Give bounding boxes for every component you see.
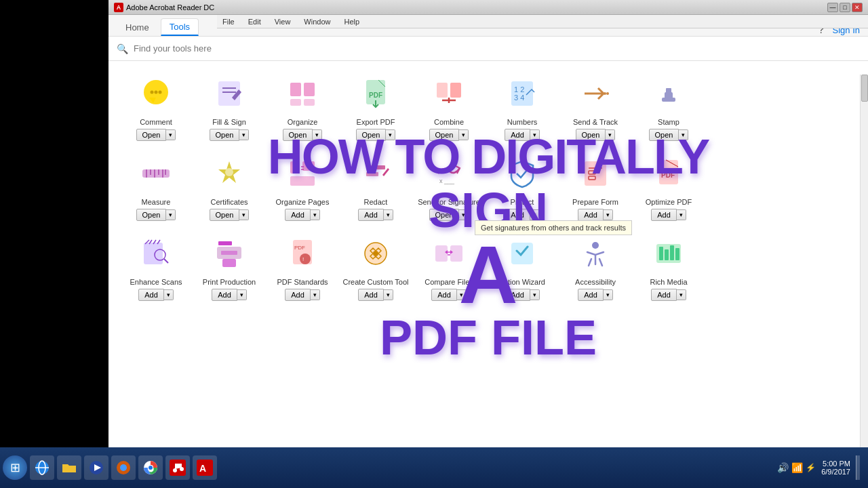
- scroll-thumb[interactable]: [861, 75, 868, 102]
- left-bar: [0, 0, 108, 447]
- stamp-dropdown-button[interactable]: ▾: [679, 129, 688, 140]
- export-pdf-open-button[interactable]: Open: [356, 129, 387, 141]
- prepare-form-dropdown-button[interactable]: ▾: [604, 209, 613, 220]
- taskbar-chrome-icon[interactable]: [138, 455, 163, 480]
- export-pdf-dropdown-button[interactable]: ▾: [386, 129, 395, 140]
- redact-icon: [354, 152, 397, 195]
- svg-text:!: !: [302, 256, 304, 262]
- tools-content[interactable]: HOW TO DIGITALLY SIGN A PDF FILE Get sig…: [108, 61, 868, 434]
- measure-btn-group: Open ▾: [136, 209, 176, 221]
- svg-point-73: [149, 466, 153, 470]
- organize-open-button[interactable]: Open: [283, 129, 313, 141]
- print-production-label: Print Production: [203, 278, 256, 286]
- accessibility-icon: [574, 232, 617, 275]
- action-wizard-add-button[interactable]: Add: [505, 289, 530, 301]
- certificates-btn-group: Open ▾: [210, 209, 250, 221]
- close-button[interactable]: ✕: [852, 3, 863, 12]
- menu-view[interactable]: View: [272, 18, 294, 26]
- comment-dropdown-button[interactable]: ▾: [166, 129, 176, 140]
- svg-rect-22: [666, 88, 671, 94]
- organize-btn-group: Open ▾: [283, 129, 323, 141]
- action-wizard-dropdown-button[interactable]: ▾: [530, 289, 540, 300]
- accessibility-add-button[interactable]: Add: [578, 289, 604, 301]
- menu-edit[interactable]: Edit: [245, 18, 264, 26]
- start-button[interactable]: ⊞: [3, 455, 27, 480]
- combine-open-button[interactable]: Open: [429, 129, 460, 141]
- protect-icon: [500, 152, 544, 195]
- combine-dropdown-button[interactable]: ▾: [459, 129, 469, 140]
- taskbar-media-icon[interactable]: [84, 455, 108, 480]
- optimize-pdf-add-button[interactable]: Add: [651, 209, 677, 221]
- numbers-add-button[interactable]: Add: [505, 129, 530, 141]
- comment-open-button[interactable]: Open: [136, 129, 167, 141]
- combine-icon: [427, 72, 471, 115]
- send-track-open-button[interactable]: Open: [576, 129, 606, 141]
- svg-text:PDF: PDF: [294, 245, 305, 251]
- taskbar-right: 🔊 📶 ⚡ 5:00 PM 6/9/2017: [777, 455, 865, 480]
- taskbar-firefox-icon[interactable]: [111, 455, 136, 480]
- rich-media-dropdown-button[interactable]: ▾: [677, 289, 686, 300]
- enhance-scans-add-button[interactable]: Add: [138, 289, 164, 301]
- optimize-pdf-btn-group: Add ▾: [651, 209, 686, 221]
- numbers-dropdown-button[interactable]: ▾: [530, 129, 540, 140]
- fill-sign-dropdown-button[interactable]: ▾: [239, 129, 249, 140]
- redact-add-button[interactable]: Add: [358, 209, 384, 221]
- print-production-add-button[interactable]: Add: [212, 289, 237, 301]
- export-pdf-label: Export PDF: [357, 118, 395, 126]
- create-custom-dropdown-button[interactable]: ▾: [384, 289, 393, 300]
- tool-print-production: Print Production Add ▾: [195, 232, 263, 301]
- show-desktop-button[interactable]: [856, 455, 860, 480]
- enhance-scans-dropdown-button[interactable]: ▾: [164, 289, 174, 300]
- maximize-button[interactable]: □: [840, 3, 850, 12]
- export-pdf-btn-group: Open ▾: [356, 129, 396, 141]
- menu-window[interactable]: Window: [301, 18, 333, 26]
- organize-pages-add-button[interactable]: Add: [285, 209, 311, 221]
- scroll-track[interactable]: [860, 75, 868, 447]
- send-signature-open-button[interactable]: Open: [429, 209, 460, 221]
- measure-dropdown-button[interactable]: ▾: [166, 209, 176, 220]
- pdf-standards-dropdown-button[interactable]: ▾: [311, 289, 320, 300]
- create-custom-add-button[interactable]: Add: [358, 289, 384, 301]
- compare-files-add-button[interactable]: Add: [431, 289, 457, 301]
- compare-files-dropdown-button[interactable]: ▾: [457, 289, 467, 300]
- action-wizard-icon: [500, 232, 544, 275]
- svg-point-3: [159, 91, 162, 94]
- organize-dropdown-button[interactable]: ▾: [313, 129, 322, 140]
- print-production-dropdown-button[interactable]: ▾: [237, 289, 247, 300]
- taskbar-music-icon[interactable]: [165, 455, 190, 480]
- accessibility-dropdown-button[interactable]: ▾: [604, 289, 613, 300]
- minimize-button[interactable]: —: [827, 3, 838, 12]
- screen: A Adobe Acrobat Reader DC — □ ✕ File Edi…: [0, 0, 868, 488]
- rich-media-add-button[interactable]: Add: [651, 289, 677, 301]
- prepare-form-add-button[interactable]: Add: [578, 209, 604, 221]
- svg-rect-35: [366, 172, 378, 176]
- redact-dropdown-button[interactable]: ▾: [384, 209, 393, 220]
- tab-tools[interactable]: Tools: [161, 18, 199, 36]
- search-input[interactable]: [134, 43, 860, 54]
- menu-file[interactable]: File: [220, 18, 237, 26]
- taskbar-time-block: 5:00 PM 6/9/2017: [821, 460, 850, 476]
- network-icon: 📶: [791, 462, 803, 473]
- taskbar-folder-icon[interactable]: [57, 455, 81, 480]
- certificates-open-button[interactable]: Open: [210, 209, 240, 221]
- svg-rect-48: [222, 259, 236, 267]
- svg-rect-55: [435, 245, 448, 262]
- stamp-open-button[interactable]: Open: [649, 129, 679, 141]
- protect-add-button[interactable]: Add: [505, 209, 530, 221]
- send-track-dropdown-button[interactable]: ▾: [606, 129, 615, 140]
- certificates-dropdown-button[interactable]: ▾: [239, 209, 249, 220]
- send-signature-dropdown-button[interactable]: ▾: [459, 209, 469, 220]
- tool-measure: Measure Open ▾: [122, 152, 190, 221]
- organize-pages-dropdown-button[interactable]: ▾: [311, 209, 320, 220]
- organize-pages-btn-group: Add ▾: [285, 209, 320, 221]
- taskbar-ie-icon[interactable]: [30, 455, 54, 480]
- fill-sign-open-button[interactable]: Open: [210, 129, 240, 141]
- measure-open-button[interactable]: Open: [136, 209, 167, 221]
- tab-home[interactable]: Home: [117, 19, 158, 36]
- protect-dropdown-button[interactable]: ▾: [530, 209, 540, 220]
- optimize-pdf-dropdown-button[interactable]: ▾: [677, 209, 686, 220]
- pdf-standards-add-button[interactable]: Add: [285, 289, 311, 301]
- taskbar-acrobat-icon[interactable]: A: [193, 455, 217, 480]
- search-icon: 🔍: [117, 43, 128, 54]
- menu-help[interactable]: Help: [341, 18, 362, 26]
